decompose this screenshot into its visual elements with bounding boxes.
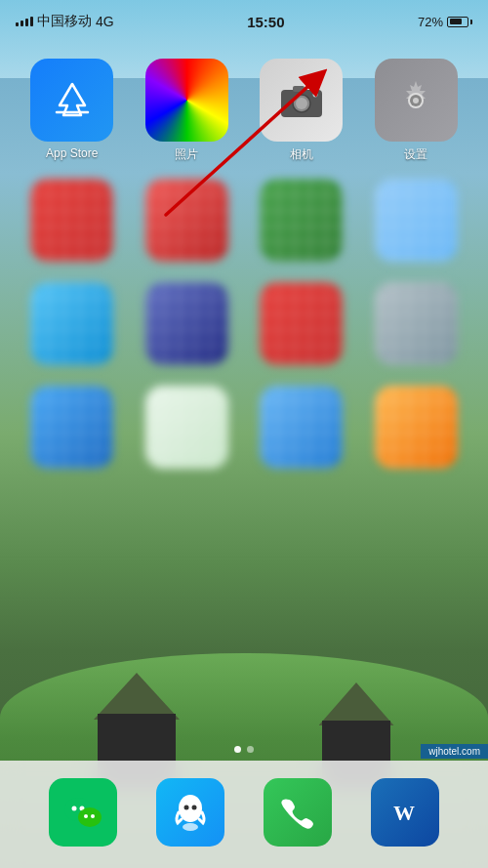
dock: W <box>0 761 488 868</box>
app-icon-row2-2 <box>145 179 228 262</box>
carrier-label: 中国移动 <box>37 13 92 30</box>
svg-point-15 <box>84 814 88 818</box>
camera-icon <box>260 59 343 142</box>
app-icon-row3-2 <box>145 282 228 365</box>
battery-icon <box>447 17 472 27</box>
svg-rect-4 <box>293 86 305 92</box>
signal-bar-3 <box>25 19 28 26</box>
app-settings[interactable]: 设置 <box>364 59 469 163</box>
signal-bars <box>16 17 33 26</box>
svg-point-14 <box>78 807 102 827</box>
app-icon-row3-1 <box>30 282 113 365</box>
app-row3-3[interactable] <box>249 282 354 370</box>
app-photos[interactable]: 照片 <box>135 59 240 163</box>
signal-bar-2 <box>20 21 23 26</box>
battery-tip <box>470 20 472 24</box>
app-icon-row4-1 <box>30 386 113 469</box>
app-icon-row4-3 <box>260 386 343 469</box>
app-icon-row4-4 <box>375 386 458 469</box>
app-icon-row3-3 <box>260 282 343 365</box>
app-icon-row2-3 <box>260 179 343 262</box>
appstore-label: App Store <box>46 146 98 160</box>
app-row4-1[interactable] <box>20 386 125 474</box>
signal-bar-4 <box>30 17 33 26</box>
settings-label: 设置 <box>404 146 427 163</box>
app-icon-row2-4 <box>375 179 458 262</box>
app-row2-3[interactable] <box>249 179 354 267</box>
camera-label: 相机 <box>290 146 313 163</box>
svg-point-8 <box>413 98 419 103</box>
dock-wsite[interactable]: W <box>371 778 439 847</box>
status-left: 中国移动 4G <box>16 13 114 30</box>
app-row4-3[interactable] <box>249 386 354 474</box>
battery-fill <box>450 19 462 24</box>
app-icon-row3-4 <box>375 282 458 365</box>
qq-icon <box>156 778 224 847</box>
svg-point-5 <box>312 92 317 97</box>
dock-phone[interactable] <box>264 778 332 847</box>
page-indicator <box>0 746 488 753</box>
dock-wechat[interactable] <box>49 778 117 847</box>
app-row3-2[interactable] <box>135 282 240 370</box>
app-row4-2[interactable] <box>135 386 240 474</box>
status-bar: 中国移动 4G 15:50 72% <box>0 0 488 43</box>
app-icon-row2-1 <box>30 179 113 262</box>
battery-body <box>447 17 468 27</box>
status-time: 15:50 <box>247 14 284 30</box>
app-row4-4[interactable] <box>364 386 469 474</box>
signal-bar-1 <box>16 22 19 26</box>
app-row3-4[interactable] <box>364 282 469 370</box>
app-appstore[interactable]: App Store <box>20 59 125 163</box>
svg-point-18 <box>184 805 189 809</box>
app-row2-2[interactable] <box>135 179 240 267</box>
network-label: 4G <box>96 14 114 29</box>
svg-point-16 <box>91 814 95 818</box>
svg-point-3 <box>296 98 307 109</box>
wsite-icon: W <box>371 778 439 847</box>
app-camera[interactable]: 相机 <box>249 59 354 163</box>
settings-icon <box>375 59 458 142</box>
svg-text:W: W <box>393 801 415 825</box>
svg-point-20 <box>183 823 198 831</box>
app-row3-1[interactable] <box>20 282 125 370</box>
photos-label: 照片 <box>175 146 198 163</box>
photos-icon <box>145 59 228 142</box>
app-row2-4[interactable] <box>364 179 469 267</box>
svg-point-19 <box>192 805 197 809</box>
watermark: wjhotel.com <box>421 744 488 759</box>
page-dot-2 <box>247 746 254 753</box>
appstore-icon <box>30 59 113 142</box>
status-right: 72% <box>418 15 472 29</box>
battery-percent: 72% <box>418 15 443 29</box>
app-grid: App Store 照片 相机 设置 <box>0 49 488 483</box>
phone-icon <box>264 778 332 847</box>
wechat-icon <box>49 778 117 847</box>
page-dot-1 <box>234 746 241 753</box>
app-icon-row4-2 <box>145 386 228 469</box>
dock-qq[interactable] <box>156 778 224 847</box>
svg-point-12 <box>72 806 77 810</box>
app-row2-1[interactable] <box>20 179 125 267</box>
